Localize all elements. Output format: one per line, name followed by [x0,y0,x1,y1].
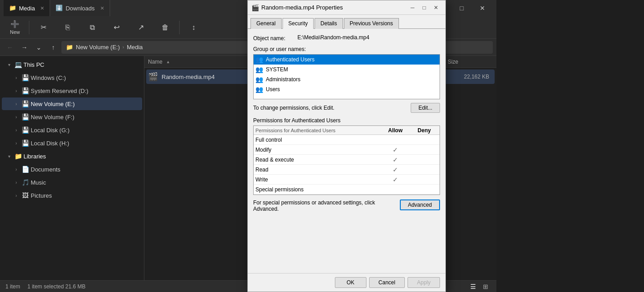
sidebar-item-pictures[interactable]: › 🖼 Pictures [2,189,142,202]
dialog-minimize-button[interactable]: ─ [407,2,418,14]
sidebar-item-local-disk-g-label: Local Disk (G:) [31,127,69,134]
details-view-button[interactable]: ☰ [468,282,478,291]
sidebar-item-local-disk-g[interactable]: › 💾 Local Disk (G:) [2,124,142,136]
delete-button[interactable]: 🗑 [154,18,176,37]
ok-button[interactable]: OK [335,277,366,288]
col-header-size[interactable]: Size [448,59,493,65]
sidebar-item-windows-c[interactable]: › 💾 Windows (C:) [2,71,142,84]
downloads-tab-close[interactable]: ✕ [100,5,104,11]
col-name-sort-icon: ▲ [166,60,170,64]
new-volume-e-icon: 💾 [22,100,29,107]
sidebar-item-local-disk-h[interactable]: › 💾 Local Disk (H:) [2,137,142,149]
dialog-footer: OK Cancel Apply [248,273,445,292]
tab-previous-versions-label: Previous Versions [350,20,393,27]
expand-local-disk-g-icon: › [13,126,20,134]
tab-security-label: Security [288,20,308,27]
apply-button[interactable]: Apply [408,277,440,288]
sort-button[interactable]: ↕ [182,18,205,37]
dialog-close-button[interactable]: ✕ [430,2,442,14]
sidebar-item-music[interactable]: › 🎵 Music [2,176,142,189]
tab-details-label: Details [320,20,337,27]
sidebar-item-new-volume-f[interactable]: › 💾 New Volume (F:) [2,111,142,123]
users-list[interactable]: 👥 Authenticated Users 👥 SYSTEM 👥 Adminis… [253,54,440,99]
back-button[interactable]: ← [4,41,16,54]
copy-icon: ⎘ [65,23,70,32]
cut-button[interactable]: ✂ [32,18,55,37]
close-window-button[interactable]: ✕ [472,0,493,16]
paste-button[interactable]: ⧉ [81,18,103,37]
forward-button[interactable]: → [18,41,31,54]
sidebar-item-local-disk-h-label: Local Disk (H:) [31,140,69,147]
path-media: Media [127,44,143,51]
large-icons-view-button[interactable]: ⊞ [480,282,491,291]
tab-downloads[interactable]: ⬇️ Downloads ✕ [50,0,110,16]
tab-security[interactable]: Security [283,18,314,29]
perm-read-allow: ✓ [382,166,409,173]
expand-music-icon: › [13,179,20,186]
sidebar-item-documents[interactable]: › 📄 Documents [2,163,142,176]
downloads-tab-icon: ⬇️ [56,5,63,12]
edit-button[interactable]: Edit... [411,103,440,113]
sidebar-item-this-pc[interactable]: ▾ 💻 This PC [2,58,142,71]
perm-row-read: Read ✓ [254,165,440,175]
dialog-title-text: Random-media.mp4 Properties [261,4,404,11]
dialog-title-icon: 🎬 [251,4,259,11]
tab-media[interactable]: 📁 Media ✕ [4,0,50,16]
perm-read-name: Read [255,167,380,173]
cut-icon: ✂ [41,23,46,32]
dialog-tabs: General Security Details Previous Versio… [248,15,445,29]
tab-general[interactable]: General [250,18,282,29]
col-size-label: Size [448,59,458,65]
pictures-icon: 🖼 [22,192,29,199]
apply-button-label: Apply [417,279,431,286]
user-system-icon: 👥 [255,66,263,73]
path-chevron-1: › [123,45,124,50]
sidebar-item-system-reserved-label: System Reserved (D:) [31,88,88,94]
user-item-system[interactable]: 👥 SYSTEM [254,65,440,74]
media-tab-close[interactable]: ✕ [40,5,44,11]
sidebar-item-libraries[interactable]: ▾ 📁 Libraries [2,150,142,162]
perms-table-header: Permissions for Authenticated Users Allo… [254,126,440,135]
advanced-button[interactable]: Advanced [400,199,440,210]
sidebar-item-system-reserved[interactable]: › 💾 System Reserved (D:) [2,84,142,97]
user-users-icon: 👥 [255,86,263,93]
properties-dialog[interactable]: 🎬 Random-media.mp4 Properties ─ □ ✕ Gene… [247,0,446,292]
recent-button[interactable]: ⌄ [32,41,45,54]
new-button[interactable]: ➕ New [4,18,26,37]
perm-modify-allow: ✓ [382,146,409,153]
up-button[interactable]: ↑ [47,41,60,54]
user-authenticated-icon: 👥 [255,56,263,63]
share-button[interactable]: ↗ [130,18,152,37]
object-name-row: Object name: E:\Media\Random-media.mp4 [253,34,440,42]
view-controls: ☰ ⊞ [468,282,491,291]
rename-button[interactable]: ↩ [105,18,128,37]
cancel-button[interactable]: Cancel [369,277,405,288]
change-permissions-row: To change permissions, click Edit. Edit.… [253,103,440,113]
expand-new-volume-f-icon: › [13,113,20,121]
expand-libraries-icon: ▾ [5,153,13,160]
sidebar-item-new-volume-e[interactable]: › 💾 New Volume (E:) [2,97,142,110]
user-item-administrators[interactable]: 👥 Administrators [254,74,440,84]
user-item-users[interactable]: 👥 Users [254,84,440,94]
user-item-authenticated[interactable]: 👥 Authenticated Users [254,55,440,65]
path-icon: 📁 [66,44,73,51]
dialog-maximize-button[interactable]: □ [418,2,430,14]
perms-section-label: Permissions for Authenticated Users [253,117,440,124]
tab-details[interactable]: Details [315,18,343,29]
dialog-title-bar: 🎬 Random-media.mp4 Properties ─ □ ✕ [248,0,445,15]
system-reserved-icon: 💾 [22,87,29,94]
dialog-controls: ─ □ ✕ [407,2,442,14]
tab-previous-versions[interactable]: Previous Versions [344,18,399,29]
documents-icon: 📄 [22,166,29,173]
copy-button[interactable]: ⎘ [56,18,79,37]
delete-icon: 🗑 [162,23,169,32]
paste-icon: ⧉ [90,23,95,32]
item-count: 1 item [5,283,20,290]
object-name-value: E:\Media\Random-media.mp4 [297,34,369,41]
edit-button-label: Edit... [418,105,432,111]
music-icon: 🎵 [22,179,29,186]
maximize-button[interactable]: □ [451,0,472,16]
rename-icon: ↩ [114,23,120,32]
perm-read-execute-allow: ✓ [382,156,409,163]
permissions-table: Permissions for Authenticated Users Allo… [253,125,440,195]
